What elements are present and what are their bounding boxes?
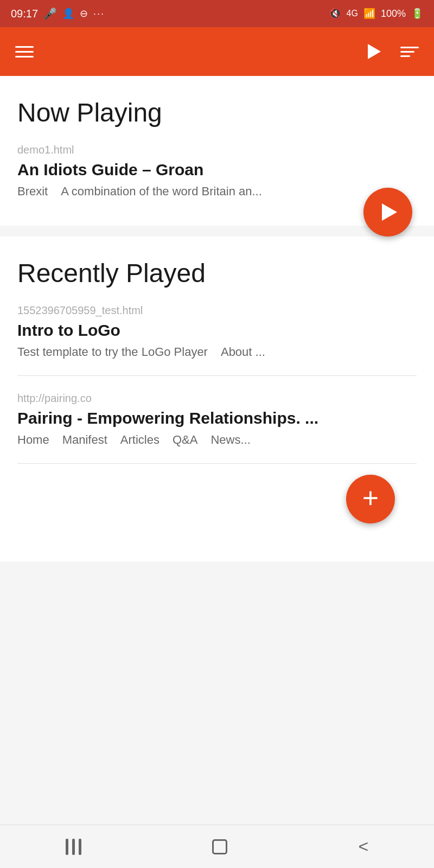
now-playing-item-title: An Idiots Guide – Groan [17, 161, 417, 179]
item-2-tag-2: Articles [120, 433, 159, 447]
item-2-tag-0: Home [17, 433, 49, 447]
item-1-tag-1: About ... [221, 345, 265, 359]
add-icon: + [362, 484, 379, 512]
app-bar [0, 27, 434, 76]
item-1-tags: Test template to try the LoGo Player Abo… [17, 345, 417, 359]
network-icon: 4G [347, 9, 358, 18]
now-playing-tags: Brexit A combination of the word Britain… [17, 184, 417, 199]
add-fab[interactable]: + [346, 475, 395, 524]
spacer [0, 561, 434, 616]
more-icon: ··· [93, 8, 105, 20]
play-button[interactable] [368, 44, 381, 59]
item-2-tag-3: Q&A [173, 433, 197, 447]
recent-apps-icon [66, 839, 81, 855]
app-bar-actions [368, 44, 419, 59]
status-bar-right: 🔇 4G 📶 100% 🔋 [329, 8, 423, 20]
item-2-tags: Home Manifest Articles Q&A News... [17, 433, 417, 447]
bottom-nav: < [0, 825, 434, 868]
nav-home[interactable] [212, 839, 227, 854]
fab-play-icon [382, 203, 397, 221]
item-2-tag-1: Manifest [62, 433, 107, 447]
divider-2 [17, 463, 417, 464]
minus-circle-icon: ⊖ [80, 8, 88, 20]
back-icon: < [359, 837, 369, 857]
recently-played-item-1[interactable]: 1552396705959_test.html Intro to LoGo Te… [17, 304, 417, 359]
item-1-filename: 1552396705959_test.html [17, 304, 417, 317]
sort-button[interactable] [400, 47, 419, 57]
item-2-filename: http://pairing.co [17, 392, 417, 405]
now-playing-title: Now Playing [17, 98, 417, 127]
divider-1 [17, 375, 417, 376]
tag-brexit: Brexit [17, 184, 48, 199]
item-1-title: Intro to LoGo [17, 321, 417, 340]
status-bar: 09:17 🎤 👤 ⊖ ··· 🔇 4G 📶 100% 🔋 [0, 0, 434, 27]
fab-area: + [17, 480, 417, 545]
item-2-tag-4: News... [210, 433, 250, 447]
recently-played-item-2[interactable]: http://pairing.co Pairing - Empowering R… [17, 392, 417, 447]
battery-icon: 🔋 [411, 8, 423, 20]
now-playing-section: Now Playing demo1.html An Idiots Guide –… [0, 76, 434, 226]
tag-description: A combination of the word Britain an... [61, 184, 262, 199]
now-playing-play-fab[interactable] [363, 188, 412, 237]
menu-button[interactable] [15, 46, 34, 58]
recently-played-section: Recently Played 1552396705959_test.html … [0, 237, 434, 561]
home-icon [212, 839, 227, 854]
status-bar-left: 09:17 🎤 👤 ⊖ ··· [11, 7, 105, 20]
battery-display: 100% [381, 8, 406, 20]
mute-icon: 🔇 [329, 8, 341, 20]
mic-icon: 🎤 [43, 7, 57, 20]
person-icon: 👤 [62, 8, 74, 20]
signal-icon: 📶 [363, 8, 375, 20]
item-2-title: Pairing - Empowering Relationships. ... [17, 409, 417, 427]
time-display: 09:17 [11, 8, 38, 20]
nav-recent-apps[interactable] [66, 839, 81, 855]
nav-back[interactable]: < [359, 837, 369, 857]
main-content: Now Playing demo1.html An Idiots Guide –… [0, 76, 434, 616]
item-1-tag-0: Test template to try the LoGo Player [17, 345, 208, 359]
recently-played-title: Recently Played [17, 258, 417, 288]
now-playing-filename: demo1.html [17, 144, 417, 156]
